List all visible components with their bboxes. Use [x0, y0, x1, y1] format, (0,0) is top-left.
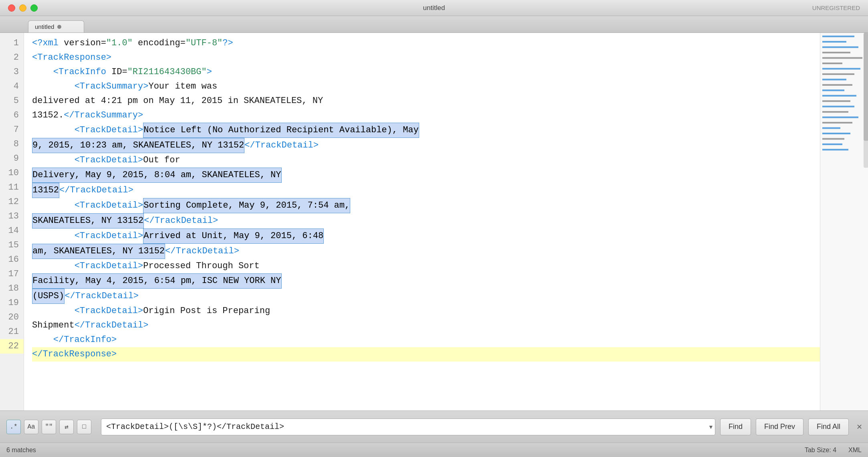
code-line-19: <TrackDetail>Origin Post is Preparing	[32, 304, 820, 318]
line-num-2: 2	[0, 51, 24, 65]
case-toggle[interactable]: Aa	[24, 420, 38, 434]
line-num-5: 5	[0, 94, 24, 108]
regex-toggle[interactable]: .*	[6, 420, 21, 434]
code-line-4: <TrackSummary>Your item was	[32, 79, 820, 94]
tab-untitled[interactable]: untitled	[28, 20, 84, 32]
line-num-13: 13	[0, 209, 24, 224]
svg-rect-16	[822, 117, 858, 118]
code-line-8: 9, 2015, 10:23 am, SKANEATELES, NY 13152…	[32, 138, 820, 153]
line-num-1: 1	[0, 36, 24, 51]
search-container: ▼ Find Find Prev Find All ✕	[98, 419, 868, 435]
whole-word-toggle[interactable]: ""	[42, 420, 56, 434]
line-num-21: 21	[0, 325, 24, 339]
code-line-13: SKANEATELES, NY 13152</TrackDetail>	[32, 213, 820, 228]
line-num-4: 4	[0, 79, 24, 94]
line-num-11: 11	[0, 180, 24, 195]
status-right: Tab Size: 4 XML	[805, 447, 862, 454]
minimap	[820, 33, 868, 410]
window-title: untitled	[423, 4, 445, 12]
search-input-wrapper: ▼	[101, 419, 715, 435]
line-num-9: 9	[0, 152, 24, 166]
svg-rect-20	[822, 138, 844, 140]
code-line-3: <TrackInfo ID="RI211643430BG">	[32, 65, 820, 79]
wrap-toggle[interactable]: □	[77, 420, 91, 434]
find-close-button[interactable]: ✕	[854, 421, 865, 433]
find-prev-button[interactable]: Find Prev	[756, 419, 803, 435]
code-line-12: <TrackDetail>Sorting Complete, May 9, 20…	[32, 198, 820, 213]
svg-rect-18	[822, 127, 840, 129]
svg-rect-17	[822, 122, 852, 123]
line-num-16: 16	[0, 253, 24, 267]
svg-rect-2	[822, 41, 846, 42]
code-line-21: </TrackInfo>	[32, 333, 820, 347]
line-num-14: 14	[0, 224, 24, 238]
tab-dirty-indicator	[57, 25, 61, 29]
svg-rect-21	[822, 144, 842, 145]
code-line-16: <TrackDetail>Processed Through Sort	[32, 259, 820, 273]
toolbar-left: .* Aa "" ⇄ □	[0, 420, 98, 434]
line-num-7: 7	[0, 123, 24, 137]
code-line-1: <?xml version="1.0" encoding="UTF-8"?>	[32, 36, 820, 51]
tab-size-status: Tab Size: 4	[805, 447, 836, 454]
svg-rect-3	[822, 47, 858, 48]
code-line-6: 13152.</TrackSummary>	[32, 108, 820, 123]
line-num-10: 10	[0, 166, 24, 180]
code-line-10: Delivery, May 9, 2015, 8:04 am, SKANEATE…	[32, 168, 820, 183]
line-numbers: 1 2 3 4 5 6 7 8 9 10 11 12 13 14 15 16 1…	[0, 33, 24, 410]
svg-rect-24	[864, 33, 868, 141]
minimap-svg	[820, 33, 868, 410]
svg-rect-4	[822, 52, 850, 53]
svg-rect-14	[822, 106, 854, 107]
code-line-18: (USPS)</TrackDetail>	[32, 289, 820, 304]
svg-rect-6	[822, 63, 842, 64]
code-line-11: 13152</TrackDetail>	[32, 183, 820, 198]
matches-status: 6 matches	[6, 447, 36, 454]
svg-rect-9	[822, 79, 846, 80]
tab-label: untitled	[35, 23, 54, 30]
code-line-15: am, SKANEATELES, NY 13152</TrackDetail>	[32, 244, 820, 259]
code-line-22: </TrackResponse>	[32, 347, 820, 362]
replace-toggle[interactable]: ⇄	[59, 420, 74, 434]
editor-container: 1 2 3 4 5 6 7 8 9 10 11 12 13 14 15 16 1…	[0, 33, 868, 410]
code-line-14: <TrackDetail>Arrived at Unit, May 9, 201…	[32, 228, 820, 244]
line-num-18: 18	[0, 281, 24, 296]
svg-rect-13	[822, 100, 850, 102]
line-num-8: 8	[0, 137, 24, 152]
code-line-7: <TrackDetail>Notice Left (No Authorized …	[32, 123, 820, 138]
svg-rect-22	[822, 149, 848, 150]
code-line-9: <TrackDetail>Out for	[32, 153, 820, 168]
title-bar: untitled UNREGISTERED	[0, 0, 868, 16]
line-num-6: 6	[0, 108, 24, 123]
line-num-17: 17	[0, 267, 24, 281]
unregistered-label: UNREGISTERED	[812, 4, 860, 11]
svg-rect-1	[822, 36, 854, 37]
search-input[interactable]	[101, 419, 715, 435]
svg-rect-12	[822, 95, 856, 97]
maximize-button[interactable]	[30, 4, 38, 12]
search-dropdown-button[interactable]: ▼	[708, 424, 714, 430]
find-bar: .* Aa "" ⇄ □ ▼ Find Find Prev Find All ✕	[0, 410, 868, 443]
language-status: XML	[848, 447, 862, 454]
code-editor[interactable]: <?xml version="1.0" encoding="UTF-8"?> <…	[24, 33, 820, 410]
line-num-22: 22	[0, 339, 24, 354]
line-num-19: 19	[0, 296, 24, 310]
close-button[interactable]	[8, 4, 15, 12]
svg-rect-8	[822, 73, 854, 75]
traffic-lights	[8, 4, 38, 12]
line-num-15: 15	[0, 238, 24, 253]
tab-bar: ‹ › untitled	[0, 16, 868, 33]
line-num-20: 20	[0, 310, 24, 325]
code-line-2: <TrackResponse>	[32, 51, 820, 65]
code-line-20: Shipment</TrackDetail>	[32, 318, 820, 333]
line-num-12: 12	[0, 195, 24, 209]
minimize-button[interactable]	[19, 4, 26, 12]
code-line-17: Facility, May 4, 2015, 6:54 pm, ISC NEW …	[32, 273, 820, 289]
svg-rect-10	[822, 84, 852, 86]
svg-rect-7	[822, 68, 860, 69]
code-line-5: delivered at 4:21 pm on May 11, 2015 in …	[32, 94, 820, 108]
svg-rect-11	[822, 89, 844, 91]
find-all-button[interactable]: Find All	[808, 419, 849, 435]
status-bar: 6 matches Tab Size: 4 XML	[0, 443, 868, 457]
svg-rect-19	[822, 133, 850, 134]
find-button[interactable]: Find	[720, 419, 751, 435]
